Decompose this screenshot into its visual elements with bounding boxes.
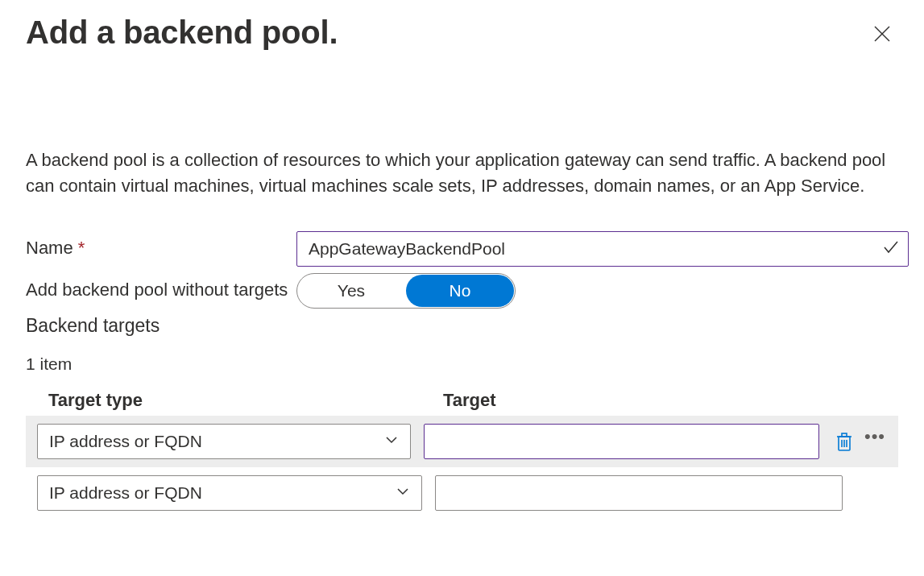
target-value-input[interactable] [424,424,819,459]
target-type-select[interactable]: IP address or FQDN [37,475,422,511]
target-type-select[interactable]: IP address or FQDN [37,424,411,459]
column-header-type: Target type [48,390,443,411]
page-title: Add a backend pool. [26,15,338,51]
column-header-target: Target [443,390,876,411]
ellipsis-icon: ••• [864,433,885,441]
chevron-down-icon [396,483,410,503]
table-row: IP address or FQDN [26,467,898,519]
trash-icon [835,431,854,452]
description-text: A backend pool is a collection of resour… [26,147,898,199]
delete-row-button[interactable] [832,429,856,454]
toggle-option-no[interactable]: No [406,275,514,307]
target-type-value: IP address or FQDN [49,483,202,503]
toggle-option-yes[interactable]: Yes [297,275,405,307]
target-type-value: IP address or FQDN [49,432,202,451]
item-count: 1 item [26,354,898,374]
name-label: Name * [26,231,296,261]
chevron-down-icon [384,432,399,451]
targets-table: Target type Target IP address or FQDN [26,385,898,519]
without-targets-label: Add backend pool without targets [26,273,296,303]
target-value-input[interactable] [435,475,843,511]
svg-rect-7 [842,433,847,437]
table-row: IP address or FQDN [26,416,898,467]
close-button[interactable] [866,18,898,50]
close-icon [873,25,891,43]
more-actions-button[interactable]: ••• [863,429,887,454]
backend-targets-heading: Backend targets [26,315,898,337]
name-input[interactable] [296,231,909,267]
required-indicator: * [78,238,85,258]
check-icon [881,238,901,260]
without-targets-toggle[interactable]: Yes No [296,273,516,309]
